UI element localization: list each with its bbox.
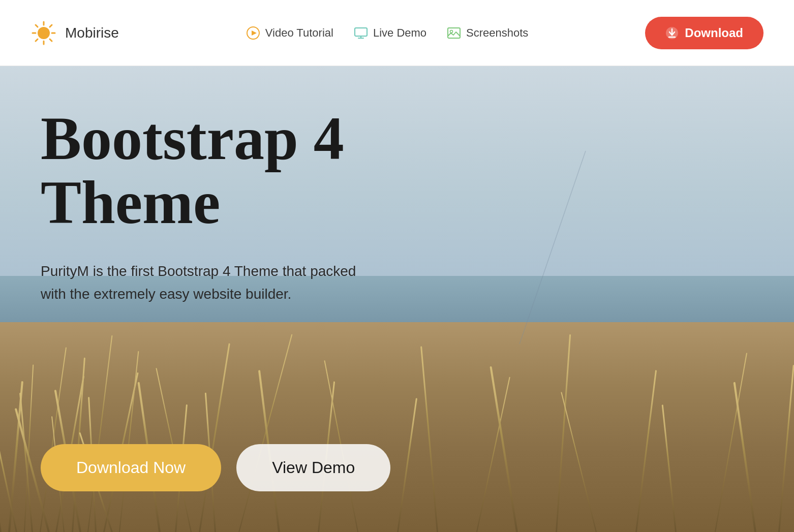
download-now-button[interactable]: Download Now: [41, 444, 221, 491]
svg-point-15: [450, 30, 453, 33]
download-icon: [665, 26, 679, 40]
svg-marker-10: [252, 30, 257, 36]
svg-rect-14: [448, 28, 460, 38]
svg-line-8: [36, 39, 38, 41]
hero-buttons: Download Now View Demo: [41, 444, 753, 491]
sun-icon: [30, 20, 57, 46]
screenshots-label: Screenshots: [466, 26, 528, 40]
view-demo-button[interactable]: View Demo: [236, 444, 390, 491]
play-circle-icon: [246, 26, 260, 40]
live-demo-label: Live Demo: [373, 26, 426, 40]
svg-line-7: [50, 25, 52, 27]
hero-subtitle: PurityM is the first Bootstrap 4 Theme t…: [41, 260, 371, 306]
video-tutorial-label: Video Tutorial: [265, 26, 333, 40]
nav-links: Video Tutorial Live Demo Screenshots: [149, 26, 625, 40]
svg-rect-11: [355, 28, 367, 36]
hero-text-block: Bootstrap 4 Theme PurityM is the first B…: [41, 107, 447, 306]
download-button-label: Download: [685, 26, 743, 40]
brand[interactable]: Mobirise: [30, 20, 119, 46]
svg-line-6: [50, 39, 52, 41]
hero-title: Bootstrap 4 Theme: [41, 107, 447, 235]
monitor-icon: [354, 26, 368, 40]
brand-name: Mobirise: [65, 25, 119, 41]
hero-content: Bootstrap 4 Theme PurityM is the first B…: [0, 66, 794, 532]
download-button[interactable]: Download: [645, 17, 764, 49]
svg-point-0: [38, 27, 50, 39]
svg-line-5: [36, 25, 38, 27]
image-icon: [447, 26, 461, 40]
hero-section: Bootstrap 4 Theme PurityM is the first B…: [0, 66, 794, 532]
navbar: Mobirise Video Tutorial Live Demo: [0, 0, 794, 66]
nav-item-video-tutorial[interactable]: Video Tutorial: [246, 26, 333, 40]
nav-item-screenshots[interactable]: Screenshots: [447, 26, 528, 40]
nav-item-live-demo[interactable]: Live Demo: [354, 26, 426, 40]
